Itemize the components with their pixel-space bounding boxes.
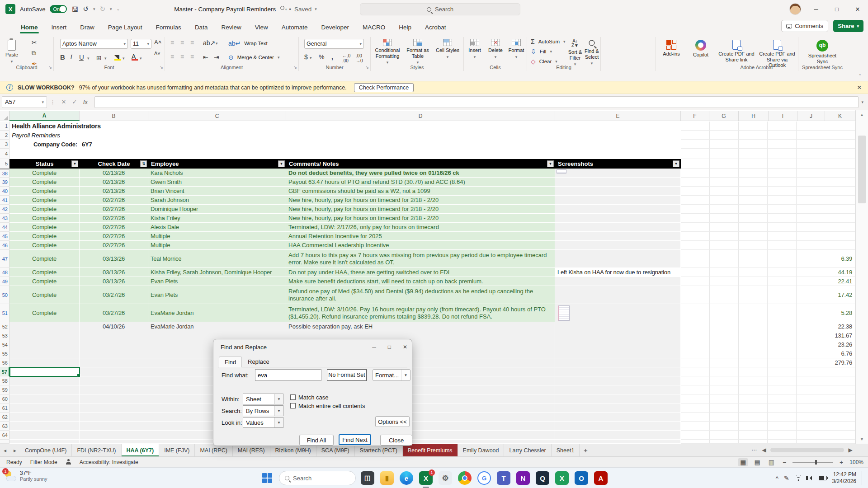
bold-button[interactable]: B [60, 53, 65, 61]
cell-styles-button[interactable]: Cell Styles▾ [434, 37, 461, 59]
spreadsheet-sync-button[interactable]: qb Spreadsheet Sync [806, 38, 839, 64]
sheet-tab[interactable]: Larry Chessler [504, 444, 551, 456]
orientation-icon[interactable]: ab↗ [203, 39, 215, 47]
align-top-icon[interactable]: ≡ [170, 39, 174, 47]
excel-secondary-icon[interactable]: X [554, 470, 570, 486]
tab-review[interactable]: Review [220, 24, 242, 35]
settings-icon[interactable]: ⚙ [438, 470, 453, 486]
tray-chevron-icon[interactable]: ^ [776, 475, 778, 482]
search-box[interactable]: Search [360, 3, 520, 15]
wifi-icon[interactable] [795, 475, 802, 481]
sheet-tab[interactable]: MAI (RES) [233, 444, 270, 456]
insert-function-icon[interactable]: fx [80, 99, 91, 105]
increase-font-icon[interactable]: A˄ [154, 39, 161, 46]
paste-button[interactable]: Paste▾ [5, 38, 18, 64]
volume-icon[interactable] [807, 476, 812, 480]
number-format-select[interactable]: General▾ [304, 39, 364, 49]
accessibility-status[interactable]: Accessibility: Investigate [80, 459, 138, 465]
italic-button[interactable]: I [70, 53, 72, 61]
edge-icon[interactable]: e [399, 470, 414, 486]
tab-draw[interactable]: Draw [79, 24, 95, 35]
align-right-icon[interactable]: ≡ [190, 53, 194, 61]
screenshot-note-cell[interactable]: Left Kisha on HAA for now due to resigna… [555, 268, 681, 277]
tab-help[interactable]: Help [398, 24, 412, 35]
name-box[interactable]: A57 ▾ [2, 96, 47, 108]
tab-home[interactable]: Home [20, 24, 39, 35]
fill-button[interactable]: ⇩Fill▾ [531, 48, 552, 55]
cell-company-code-label[interactable]: Company Code: [9, 140, 80, 149]
header-employee[interactable]: Employee▼ [148, 159, 286, 169]
check-performance-button[interactable]: Check Performance [354, 83, 414, 92]
search-select[interactable]: By Rows ▼ [243, 405, 283, 416]
alignment-dialog-launcher-icon[interactable]: ↘ [293, 65, 297, 70]
undo-icon[interactable]: ↺ [83, 5, 89, 13]
sheet-tab[interactable]: MAI (RPC) [195, 444, 232, 456]
wrap-text-button[interactable]: ab↵ Wrap Text [228, 40, 268, 47]
merge-center-button[interactable]: ⊜ Merge & Center ▾ [228, 54, 279, 61]
column-header-e[interactable]: E [555, 111, 681, 121]
zoom-slider[interactable] [793, 462, 833, 463]
sheet-tab[interactable]: Rizikon (M9H) [270, 444, 316, 456]
quickbooks-icon[interactable]: Q [535, 470, 550, 486]
share-button[interactable]: Share ▾ [833, 20, 863, 32]
page-layout-view-icon[interactable]: ▤ [752, 458, 762, 466]
avatar[interactable] [789, 3, 801, 15]
vertical-scroll-thumb[interactable] [858, 136, 866, 203]
find-all-button[interactable]: Find All [299, 435, 334, 446]
increase-indent-icon[interactable]: ⇥ [214, 53, 219, 61]
enter-formula-icon[interactable]: ✓ [69, 99, 80, 105]
screenshot-thumbnail[interactable] [557, 169, 566, 174]
save-icon[interactable]: 🖫 [71, 5, 78, 13]
sheet-tab-active[interactable]: HAA (6Y7) [122, 444, 160, 456]
maximize-icon[interactable]: □ [826, 0, 847, 18]
find-tab[interactable]: Find [219, 357, 242, 367]
saved-status[interactable]: Saved [294, 6, 311, 13]
chrome-icon[interactable] [457, 470, 472, 486]
notice-close-icon[interactable]: ✕ [857, 84, 862, 91]
font-dialog-launcher-icon[interactable]: ↘ [160, 65, 163, 70]
sheet-nav-right-icon[interactable]: ▸ [10, 444, 20, 456]
cancel-formula-icon[interactable]: ✕ [58, 99, 69, 105]
sheet-tab[interactable]: SCA (M9F) [316, 444, 355, 456]
vertical-scrollbar[interactable]: ▲ ▼ [855, 110, 868, 444]
autosave-toggle[interactable]: On [50, 5, 67, 13]
hscroll-left-icon[interactable]: ◀ [759, 447, 769, 453]
format-dropdown-icon[interactable]: ▼ [401, 370, 410, 380]
header-screenshots[interactable]: Screenshots▼ [555, 159, 681, 169]
zoom-level[interactable]: 100% [849, 459, 863, 465]
add-sheet-icon[interactable]: + [580, 444, 591, 456]
excel-taskbar-icon[interactable]: X1 [418, 470, 434, 486]
cell-company-code-value[interactable]: 6Y7 [80, 140, 681, 149]
column-header-g[interactable]: G [709, 111, 739, 121]
align-middle-icon[interactable]: ≡ [180, 39, 184, 47]
taskbar-search[interactable]: Search [279, 471, 356, 485]
tab-insert[interactable]: Insert [51, 24, 68, 35]
formula-input[interactable] [94, 96, 859, 108]
zoom-out-icon[interactable]: − [781, 458, 788, 466]
expand-formula-bar-icon[interactable]: ▾ [861, 100, 863, 104]
format-button[interactable]: Format... ▼ [373, 369, 410, 381]
dialog-minimize-icon[interactable]: ─ [372, 344, 376, 350]
scroll-down-icon[interactable]: ▼ [856, 435, 868, 444]
create-pdf-outlook-button[interactable]: Create PDF and Share via Outlook [758, 38, 797, 68]
column-header-j[interactable]: J [797, 111, 825, 121]
fill-color-icon[interactable]: ◥ [114, 53, 119, 61]
horizontal-scrollbar[interactable]: ⋯ ◀ ▶ [749, 444, 855, 456]
header-status[interactable]: Status▼ [9, 159, 80, 169]
tab-automate[interactable]: Automate [281, 24, 309, 35]
copy-icon[interactable]: ⧉ [32, 49, 37, 57]
percent-style-icon[interactable]: % [319, 53, 324, 61]
sheet-tab[interactable]: IME (FJV) [159, 444, 195, 456]
borders-icon[interactable]: ⊞ [96, 54, 102, 61]
accounting-format-icon[interactable]: $ [304, 53, 308, 61]
cell-workbook-title[interactable]: Health Alliance Administrators [9, 122, 681, 131]
normal-view-icon[interactable]: ▦ [738, 458, 748, 466]
number-dialog-launcher-icon[interactable]: ↘ [365, 65, 369, 70]
dialog-maximize-icon[interactable]: □ [388, 344, 391, 350]
conditional-formatting-button[interactable]: Conditional Formatting▾ [373, 37, 402, 65]
tab-developer[interactable]: Developer [321, 24, 350, 35]
copilot-button[interactable]: Copilot [689, 38, 712, 58]
excel-app-icon[interactable]: X [5, 4, 15, 14]
start-button[interactable] [259, 470, 275, 486]
sheet-tab[interactable]: Emily Dawood [458, 444, 505, 456]
